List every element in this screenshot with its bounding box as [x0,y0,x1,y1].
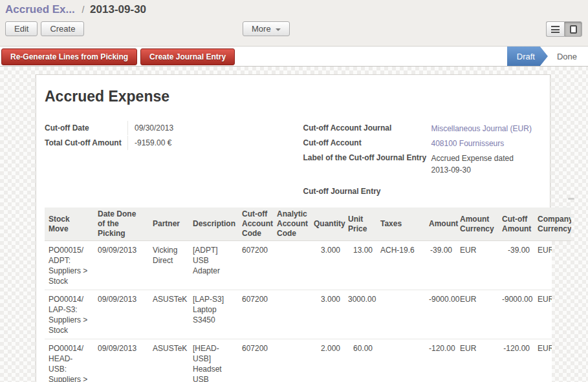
vertical-scrollbar[interactable] [568,198,574,200]
table-cell[interactable]: -120.00 [498,339,534,382]
total-cutoff-amount-label: Total Cut-off Amount [45,136,127,150]
cutoff-journal-entry-field: Cut-off Journal Entry [303,184,550,198]
breadcrumb: Accrued Ex... / 2013-09-30 [0,0,588,16]
table-cell[interactable]: 60.00 [344,339,376,382]
table-cell[interactable]: 3.000 [310,290,344,339]
content-area: Accrued Expense Cut-off Date 09/30/2013 … [0,67,588,382]
table-header: Stock MoveDate Done of the PickingPartne… [45,207,571,241]
regenerate-lines-button[interactable]: Re-Generate Lines from Picking [1,48,137,65]
more-dropdown: More [243,21,290,36]
table-cell[interactable]: -39.00 [498,241,534,290]
table-cell[interactable]: 09/09/2013 [94,241,149,290]
cutoff-journal-entry-value [431,184,550,198]
table-row[interactable]: PO00014/ HEAD-USB: Suppliers > Stock09/0… [45,339,552,382]
form-sheet: Accrued Expense Cut-off Date 09/30/2013 … [36,74,550,382]
cutoff-account-field: Cut-off Account 408100 Fournisseurs [303,136,550,150]
column-header: Quantity [310,207,344,241]
list-icon [551,26,560,33]
right-field-group: Cut-off Account Journal Miscellaneous Jo… [303,121,550,199]
column-header: Date Done of the Picking [94,207,149,241]
top-bar: Accrued Ex... / 2013-09-30 Edit Create M… [0,0,588,46]
column-header: Stock Move [45,207,94,241]
column-header: Cut-off Amount [498,207,534,241]
table-cell[interactable] [376,339,425,382]
statusbar: Draft Done [507,47,582,66]
cutoff-account-journal-label: Cut-off Account Journal [303,121,431,135]
table-cell[interactable]: Vicking Direct [149,241,189,290]
workflow-buttons: Re-Generate Lines from Picking Create Jo… [1,48,235,65]
table-cell[interactable]: 13.00 [344,241,376,290]
column-header: Cut-off Account Code [238,207,273,241]
create-journal-entry-button[interactable]: Create Journal Entry [140,48,235,65]
table-cell[interactable]: ASUSTeK [149,339,189,382]
table-cell[interactable] [273,241,310,290]
cutoff-date-field: Cut-off Date 09/30/2013 [45,121,303,135]
table-cell[interactable]: ACH-19.6 [376,241,425,290]
table-cell[interactable]: -120.00 [425,339,456,382]
form-view-button[interactable] [564,21,582,37]
column-header: Taxes [376,207,425,241]
table-cell[interactable]: EUR [456,241,498,290]
table-cell[interactable]: EUR [534,290,552,339]
journal-entry-label-label: Label of the Cut-off Journal Entry [303,151,431,176]
table-cell[interactable]: 09/09/2013 [94,339,149,382]
table-cell[interactable] [273,290,310,339]
total-cutoff-amount-value: -9159.00 € [127,136,303,150]
cutoff-account-link[interactable]: 408100 Fournisseurs [431,136,550,150]
toolbar-left-buttons: Edit Create [5,21,84,36]
cutoff-lines-table: Stock MoveDate Done of the PickingPartne… [45,207,571,382]
table-cell[interactable]: PO00015/ ADPT: Suppliers > Stock [45,241,94,290]
total-cutoff-amount-field: Total Cut-off Amount -9159.00 € [45,136,303,150]
cutoff-date-label: Cut-off Date [45,121,127,135]
table-cell[interactable]: -9000.00 [498,290,534,339]
status-done: Done [548,47,582,66]
table-cell[interactable]: -9000.00 [425,290,456,339]
table-cell[interactable]: 607200 [238,241,273,290]
cutoff-date-value: 09/30/2013 [127,121,303,135]
edit-button[interactable]: Edit [5,21,38,36]
table-cell[interactable]: EUR [534,241,552,290]
column-header: Description [189,207,238,241]
table-cell[interactable]: 09/09/2013 [94,290,149,339]
table-cell[interactable]: 2.000 [310,339,344,382]
more-button[interactable]: More [243,21,290,36]
cutoff-journal-entry-label: Cut-off Journal Entry [303,184,431,198]
toolbar: Edit Create More [0,16,588,42]
app-window: Accrued Ex... / 2013-09-30 Edit Create M… [0,0,588,382]
breadcrumb-parent-link[interactable]: Accrued Ex... [5,3,75,16]
table-cell[interactable]: 607200 [238,339,273,382]
table-cell[interactable]: 3.000 [310,241,344,290]
list-view-button[interactable] [546,21,564,37]
table-cell[interactable]: [ADPT] USB Adapter [189,241,238,290]
table-cell[interactable]: EUR [534,339,552,382]
view-switcher [546,21,582,37]
journal-entry-label-field: Label of the Cut-off Journal Entry Accru… [303,151,550,176]
column-header: Partner [149,207,189,241]
status-draft: Draft [507,47,548,66]
create-button[interactable]: Create [41,21,84,36]
column-header: Company Currency [534,207,571,241]
table-row[interactable]: PO00014/ LAP-S3: Suppliers > Stock09/09/… [45,290,552,339]
table-row[interactable]: PO00015/ ADPT: Suppliers > Stock09/09/20… [45,241,552,290]
table-cell[interactable]: EUR [456,290,498,339]
table-cell[interactable]: EUR [456,339,498,382]
table-cell[interactable] [376,290,425,339]
table-cell[interactable]: 3000.00 [344,290,376,339]
table-cell[interactable]: PO00014/ HEAD-USB: Suppliers > Stock [45,339,94,382]
table-cell[interactable]: ASUSTeK [149,290,189,339]
table-cell[interactable]: [LAP-S3] Laptop S3450 [189,290,238,339]
table-cell[interactable]: [HEAD-USB] Headset USB [189,339,238,382]
cutoff-account-journal-link[interactable]: Miscellaneous Journal (EUR) [431,121,550,135]
table-cell[interactable] [273,339,310,382]
table-cell[interactable]: -39.00 [425,241,456,290]
column-header: Amount Currency [456,207,498,241]
table-body: PO00015/ ADPT: Suppliers > Stock09/09/20… [45,241,552,382]
form-title: Accrued Expense [45,88,550,105]
form-icon [570,25,577,34]
cutoff-account-journal-field: Cut-off Account Journal Miscellaneous Jo… [303,121,550,135]
breadcrumb-current: 2013-09-30 [90,3,146,16]
breadcrumb-separator: / [82,5,84,15]
table-cell[interactable]: PO00014/ LAP-S3: Suppliers > Stock [45,290,94,339]
more-button-label: More [252,24,271,34]
table-cell[interactable]: 607200 [238,290,273,339]
